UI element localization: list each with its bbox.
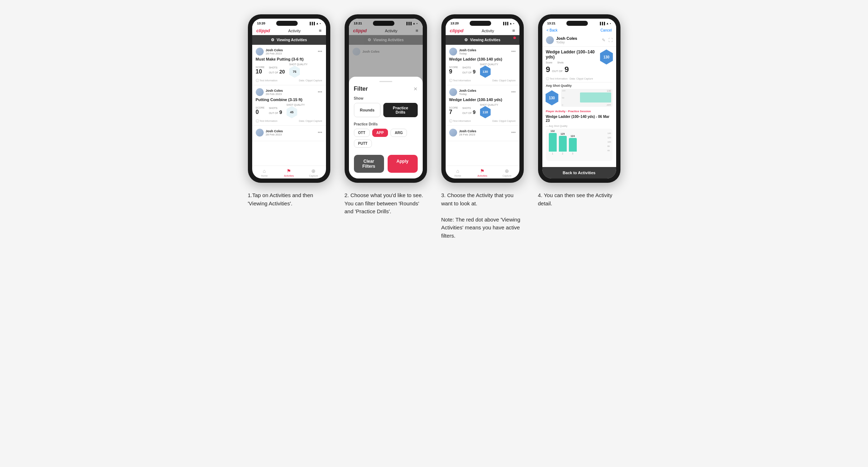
signal-icon-1: ▐▐▐ [309, 22, 315, 25]
bottom-nav-3: ⌂ Home ⚑ Activities ⊕ Capture [446, 166, 519, 178]
stat-shots-3-1: Shots OUT OF 9 [462, 66, 475, 75]
score-value-1: 10 [256, 68, 262, 75]
avatar-3-2 [449, 88, 457, 96]
modal-overlay-2: Filter ✕ Show Rounds Practice Drills Pra… [349, 19, 423, 178]
rounds-button[interactable]: Rounds [354, 103, 381, 117]
phone-section-4: 13:21 ▐▐▐ ▲ ▪ < Back Cancel [538, 14, 620, 208]
nav-activities-1[interactable]: ⚑ Activities [277, 168, 301, 177]
nav-title-3: Activity [481, 29, 494, 33]
filter-btn-row: Rounds Practice Drills [354, 103, 418, 117]
caption-3-line1: 3. Choose the Activity that you want to … [441, 191, 524, 208]
back-activities-button[interactable]: Back to Activities [542, 167, 616, 178]
activity-card-1: Josh Coles 28 Feb 2023 ••• Must Make Put… [252, 45, 326, 85]
avatar-3-1 [449, 48, 457, 56]
chart-axis-4: APP [606, 104, 611, 106]
clear-filters-button[interactable]: Clear Filters [354, 155, 384, 173]
stat-shots-1: Shots OUT OF 20 [269, 66, 285, 75]
drill-bar-2: 129 2 [559, 133, 567, 155]
stat-shots-2: Shots OUT OF 9 [269, 107, 282, 115]
nav-capture-1[interactable]: ⊕ Capture [301, 168, 326, 177]
detail-user-date: Today [556, 40, 577, 44]
nav-home-3[interactable]: ⌂ Home [446, 168, 470, 177]
user-info-3-1: Josh Coles Today [459, 48, 476, 55]
logo-3: clippd [450, 28, 464, 33]
more-dots-3-2[interactable]: ••• [511, 90, 516, 95]
edit-icon[interactable]: ✎ [602, 38, 605, 43]
phone-scroll-3: Josh Coles Today ••• Wedge Ladder (100-1… [446, 45, 519, 166]
bottom-nav-1: ⌂ Home ⚑ Activities ⊕ Capture [252, 166, 326, 178]
user-date-3-3: 28 Feb 2023 [459, 133, 476, 136]
nav-bar-1: clippd Activity ≡ [252, 27, 326, 35]
status-icons-1: ▐▐▐ ▲ ▪ [309, 22, 321, 25]
drill-section-title: Wedge Ladder (100–140 yds) - 06 Mar 23 [546, 115, 613, 123]
user-name-1: Josh Coles [266, 48, 283, 52]
detail-drill-title: Wedge Ladder (100–140 yds) [546, 49, 601, 59]
filter-icon-3: ⚙ [464, 38, 468, 42]
menu-icon-3[interactable]: ≡ [512, 28, 515, 33]
activity-card-3-2[interactable]: Josh Coles Today ••• Wedge Ladder (100-1… [446, 85, 519, 126]
battery-icon-4: ▪ [610, 22, 611, 25]
card-stats-1: Score 10 Shots OUT OF 20 [256, 63, 322, 78]
score-label-4: Score [546, 61, 552, 64]
activity-banner-1[interactable]: ⚙ Viewing Activities [252, 35, 326, 45]
more-dots-3[interactable]: ••• [318, 130, 322, 135]
practice-drills-button[interactable]: Practice Drills [383, 103, 417, 117]
apply-button[interactable]: Apply [388, 155, 418, 173]
cancel-button[interactable]: Cancel [600, 28, 612, 32]
drill-bars: 132 1 129 2 124 [549, 132, 610, 155]
nav-title-1: Activity [288, 29, 301, 33]
tag-app[interactable]: APP [372, 129, 388, 137]
card-stats-3-1: Score 9 Shots OUT OF 9 [449, 63, 516, 78]
back-button[interactable]: < Back [547, 28, 558, 32]
tag-arg[interactable]: ARG [390, 129, 407, 137]
more-dots-2[interactable]: ••• [318, 90, 322, 95]
filter-tag-row: OTT APP ARG PUTT [354, 129, 418, 148]
caption-2: 2. Choose what you'd like to see. You ca… [345, 191, 427, 216]
more-dots-1[interactable]: ••• [318, 49, 322, 54]
detail-outof: OUT OF [552, 70, 563, 73]
user-date-3-2: Today [459, 92, 476, 96]
activity-banner-3[interactable]: ⚙ Viewing Activities [446, 35, 519, 45]
more-dots-3-3[interactable]: ••• [511, 130, 516, 135]
sheet-handle [379, 81, 392, 82]
filter-title: Filter [354, 86, 368, 92]
more-dots-3-1[interactable]: ••• [511, 49, 516, 54]
menu-icon-1[interactable]: ≡ [319, 28, 322, 33]
card-user-3-3: Josh Coles 28 Feb 2023 [449, 129, 476, 137]
nav-bar-3: clippd Activity ≡ [446, 27, 519, 35]
user-info-3-3: Josh Coles 28 Feb 2023 [459, 129, 476, 136]
tag-putt[interactable]: PUTT [354, 139, 372, 148]
avatar-1 [256, 48, 264, 56]
activity-card-3-1[interactable]: Josh Coles Today ••• Wedge Ladder (100-1… [446, 45, 519, 85]
status-time-1: 13:20 [257, 22, 265, 25]
card-header-3-3: Josh Coles 28 Feb 2023 ••• [449, 129, 516, 137]
nav-home-1[interactable]: ⌂ Home [252, 168, 277, 177]
detail-user-row: Josh Coles Today ✎ ⛶ [542, 34, 616, 47]
stat-score-1: Score 10 [256, 66, 265, 75]
test-info-left-1: i Test Information [256, 79, 278, 82]
caption-3: 3. Choose the Activity that you want to … [441, 191, 524, 240]
notch-1 [276, 21, 298, 26]
banner-text-3: Viewing Activities [470, 38, 500, 42]
activity-card-3-3: Josh Coles 28 Feb 2023 ••• [446, 126, 519, 141]
expand-icon[interactable]: ⛶ [608, 38, 613, 43]
caption-3-line2: Note: The red dot above 'Viewing Activit… [441, 216, 524, 240]
test-info-right-1: Data: Clippd Capture [299, 79, 322, 82]
battery-icon-3: ▪ [513, 22, 514, 25]
phone-scroll-1: Josh Coles 28 Feb 2023 ••• Must Make Put… [252, 45, 326, 166]
nav-capture-3[interactable]: ⊕ Capture [495, 168, 519, 177]
status-icons-3: ▐▐▐ ▲ ▪ [502, 22, 514, 25]
detail-user-name: Josh Coles [556, 36, 577, 40]
home-icon-3: ⌂ [456, 168, 459, 174]
test-info-row-2: i Test Information Data: Clippd Capture [256, 119, 322, 123]
avg-shot-content: 130 130 APP 100500 [546, 89, 613, 107]
chart-value-label: 130 [607, 90, 611, 92]
caption-1: 1.Tap on Activities and then 'Viewing Ac… [248, 191, 330, 208]
detail-content: Wedge Ladder (100–140 yds) Score Shots 9… [542, 47, 616, 167]
nav-activities-3[interactable]: ⚑ Activities [470, 168, 495, 177]
tag-ott[interactable]: OTT [354, 129, 370, 137]
stat-shots-3-2: Shots OUT OF 9 [462, 107, 475, 115]
player-activity: Player Activity › Practice Session [546, 110, 613, 113]
activity-card-2: Josh Coles 28 Feb 2023 ••• Putting Combi… [252, 85, 326, 126]
close-icon[interactable]: ✕ [413, 86, 418, 92]
